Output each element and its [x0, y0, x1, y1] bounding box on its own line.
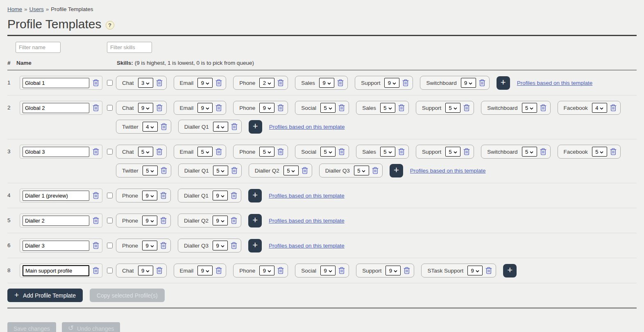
delete-skill-icon[interactable] — [277, 79, 284, 87]
template-name-input[interactable] — [23, 265, 89, 276]
delete-skill-icon[interactable] — [398, 148, 405, 156]
delete-skill-icon[interactable] — [485, 266, 492, 275]
delete-skill-icon[interactable] — [372, 166, 379, 175]
add-skill-button[interactable]: + — [248, 214, 262, 227]
skill-level-select[interactable]: 9 — [138, 103, 153, 113]
skill-level-select[interactable]: 5 — [259, 147, 274, 157]
skill-level-select[interactable]: 5 — [320, 147, 336, 157]
delete-skill-icon[interactable] — [230, 241, 238, 250]
delete-skill-icon[interactable] — [231, 166, 238, 175]
skill-level-select[interactable]: 9 — [319, 78, 334, 88]
select-template-checkbox[interactable] — [107, 243, 113, 248]
skill-level-select[interactable]: 9 — [259, 266, 274, 275]
delete-skill-icon[interactable] — [156, 79, 163, 87]
skill-level-select[interactable]: 9 — [384, 78, 399, 88]
delete-skill-icon[interactable] — [215, 148, 222, 156]
delete-skill-icon[interactable] — [215, 104, 222, 112]
delete-skill-icon[interactable] — [156, 266, 163, 275]
skill-level-select[interactable]: 9 — [213, 191, 228, 200]
select-template-checkbox[interactable] — [107, 105, 113, 111]
delete-skill-icon[interactable] — [337, 79, 344, 87]
delete-template-icon[interactable] — [92, 266, 100, 275]
add-skill-button[interactable]: + — [248, 189, 262, 202]
delete-skill-icon[interactable] — [156, 104, 163, 112]
filter-name-input[interactable] — [16, 42, 61, 53]
select-template-checkbox[interactable] — [107, 218, 113, 223]
delete-template-icon[interactable] — [92, 79, 100, 87]
skill-level-select[interactable]: 9 — [142, 241, 157, 250]
add-profile-template-button[interactable]: +Add Profile Template — [7, 289, 83, 302]
delete-skill-icon[interactable] — [160, 216, 167, 225]
skill-level-select[interactable]: 5 — [143, 166, 158, 175]
skill-level-select[interactable]: 9 — [461, 78, 476, 88]
delete-skill-icon[interactable] — [478, 79, 486, 87]
delete-skill-icon[interactable] — [156, 148, 163, 156]
skill-level-select[interactable]: 4 — [592, 103, 607, 113]
skill-level-select[interactable]: 9 — [259, 103, 274, 113]
profiles-based-link[interactable]: Profiles based on this template — [269, 243, 345, 249]
select-template-checkbox[interactable] — [107, 80, 113, 86]
template-name-input[interactable] — [23, 216, 89, 226]
skill-level-select[interactable]: 9 — [467, 266, 483, 275]
delete-skill-icon[interactable] — [160, 166, 168, 175]
add-skill-button[interactable]: + — [497, 76, 510, 90]
skill-level-select[interactable]: 9 — [320, 266, 336, 275]
delete-skill-icon[interactable] — [160, 241, 167, 250]
delete-skill-icon[interactable] — [230, 191, 238, 200]
delete-skill-icon[interactable] — [160, 123, 168, 131]
delete-template-icon[interactable] — [92, 148, 100, 156]
delete-skill-icon[interactable] — [215, 266, 222, 275]
delete-template-icon[interactable] — [92, 216, 100, 225]
skill-level-select[interactable]: 5 — [354, 166, 369, 175]
skill-level-select[interactable]: 4 — [213, 122, 228, 132]
delete-skill-icon[interactable] — [215, 79, 222, 87]
profiles-based-link[interactable]: Profiles based on this template — [517, 80, 593, 86]
profiles-based-link[interactable]: Profiles based on this template — [269, 193, 345, 199]
skill-level-select[interactable]: 9 — [138, 266, 153, 275]
skill-level-select[interactable]: 5 — [380, 103, 395, 113]
skill-level-select[interactable]: 9 — [385, 266, 401, 275]
delete-skill-icon[interactable] — [398, 104, 405, 112]
delete-skill-icon[interactable] — [463, 148, 470, 156]
skill-level-select[interactable]: 9 — [142, 191, 157, 200]
breadcrumb-users-link[interactable]: Users — [29, 6, 44, 12]
skill-level-select[interactable]: 9 — [197, 266, 213, 275]
delete-skill-icon[interactable] — [230, 216, 238, 225]
skill-level-select[interactable]: 5 — [213, 166, 228, 175]
add-skill-button[interactable]: + — [249, 120, 262, 134]
skill-level-select[interactable]: 5 — [445, 147, 460, 157]
skill-level-select[interactable]: 5 — [445, 103, 460, 113]
delete-skill-icon[interactable] — [338, 104, 345, 112]
template-name-input[interactable] — [23, 147, 89, 157]
delete-skill-icon[interactable] — [231, 123, 238, 131]
skill-level-select[interactable]: 2 — [259, 78, 274, 88]
delete-skill-icon[interactable] — [160, 191, 167, 200]
skill-level-select[interactable]: 5 — [283, 166, 299, 175]
delete-skill-icon[interactable] — [277, 104, 284, 112]
delete-skill-icon[interactable] — [338, 148, 345, 156]
select-template-checkbox[interactable] — [107, 268, 113, 273]
skill-level-select[interactable]: 3 — [138, 78, 153, 88]
delete-skill-icon[interactable] — [540, 104, 547, 112]
delete-skill-icon[interactable] — [403, 266, 410, 275]
delete-skill-icon[interactable] — [301, 166, 308, 175]
delete-skill-icon[interactable] — [338, 266, 345, 275]
profiles-based-link[interactable]: Profiles based on this template — [410, 168, 486, 174]
skill-level-select[interactable]: 5 — [522, 147, 537, 157]
profiles-based-link[interactable]: Profiles based on this template — [269, 218, 345, 224]
skill-level-select[interactable]: 9 — [197, 103, 213, 113]
select-template-checkbox[interactable] — [107, 193, 113, 198]
delete-template-icon[interactable] — [92, 191, 100, 200]
skill-level-select[interactable]: 9 — [197, 78, 213, 88]
skill-level-select[interactable]: 9 — [213, 216, 228, 225]
delete-template-icon[interactable] — [92, 104, 100, 112]
template-name-input[interactable] — [23, 191, 89, 201]
delete-skill-icon[interactable] — [610, 104, 617, 112]
delete-skill-icon[interactable] — [610, 148, 617, 156]
delete-skill-icon[interactable] — [277, 266, 284, 275]
skill-level-select[interactable]: 4 — [143, 122, 158, 132]
skill-level-select[interactable]: 9 — [213, 241, 228, 250]
template-name-input[interactable] — [23, 241, 89, 251]
add-skill-button[interactable]: + — [503, 264, 517, 277]
profiles-based-link[interactable]: Profiles based on this template — [269, 124, 345, 130]
